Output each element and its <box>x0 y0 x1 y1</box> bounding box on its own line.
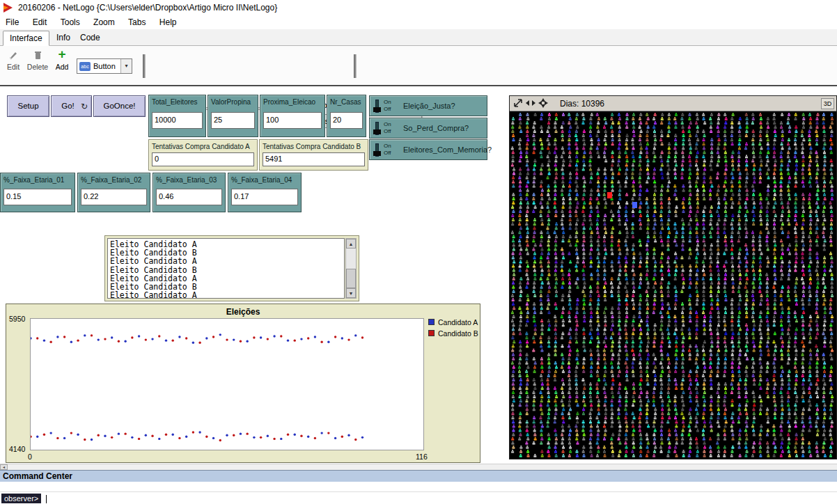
switch-handle[interactable] <box>373 151 381 156</box>
world-view: Dias: 10396 3D <box>509 95 837 459</box>
monitor-value: 5491 <box>263 152 365 166</box>
monitor-total-eleitores: Total_Eleitores 10000 <box>148 95 206 137</box>
widget-type-chooser[interactable]: abc Button ▾ <box>77 58 132 74</box>
world-resize-icon[interactable] <box>513 98 523 109</box>
menu-bar: File Edit Tools Zoom Tabs Help <box>0 15 837 29</box>
menu-edit[interactable]: Edit <box>27 15 53 29</box>
x-axis-min-label: 0 <box>28 452 32 461</box>
monitor-value: 0 <box>152 152 254 166</box>
x-axis-max-label: 116 <box>416 452 428 461</box>
interface-toolbar: Edit Delete + Add abc Button ▾ faster ✓ … <box>0 46 837 85</box>
go-once-button[interactable]: GoOnce! <box>93 95 146 117</box>
monitor-faixa-etaria-02: %_Faixa_Etaria_02 0.22 <box>77 173 150 212</box>
netlogo-window: 20160206 - NetLogo {C:\Users\elder\Dropb… <box>0 0 837 504</box>
plot-title: Eleições <box>6 307 480 317</box>
monitor-value: 100 <box>263 112 322 129</box>
menu-tools[interactable]: Tools <box>55 15 86 29</box>
view-3d-button[interactable]: 3D <box>821 98 834 109</box>
monitor-value: 25 <box>211 112 255 129</box>
monitor-label: Tentativas Compra Candidato B <box>260 140 368 150</box>
switch-label: Eleição_Justa? <box>403 102 455 110</box>
scroll-left-icon[interactable]: ◂ <box>0 464 8 470</box>
add-widget-button[interactable]: + Add <box>53 47 71 71</box>
go-button[interactable]: Go! ↻ <box>51 95 92 117</box>
eleicoes-plot: Eleições 5950 4140 0 116 Candidato A Can… <box>6 304 480 463</box>
monitor-label: Tentativas Compra Candidato A <box>149 140 257 150</box>
delete-widget-button[interactable]: Delete <box>25 50 50 71</box>
scatter-points <box>31 319 423 450</box>
forever-icon: ↻ <box>81 102 88 111</box>
legend-label-candidato-b: Candidato B <box>438 329 478 338</box>
trash-icon <box>25 50 50 63</box>
output-widget: Eleito Candidato A Eleito Candidato B El… <box>104 235 359 301</box>
horizontal-scrollbar[interactable]: ◂ <box>0 464 837 470</box>
edit-widget-button[interactable]: Edit <box>3 50 24 71</box>
scrollbar-thumb[interactable] <box>346 269 356 288</box>
menu-zoom[interactable]: Zoom <box>88 15 120 29</box>
switch-on-off-labels: On Off <box>384 99 391 113</box>
monitor-faixa-etaria-01: %_Faixa_Etaria_01 0.15 <box>0 173 75 212</box>
command-center-output <box>0 482 837 491</box>
netlogo-logo-icon <box>3 2 14 13</box>
monitor-value: 20 <box>330 112 363 129</box>
monitor-faixa-etaria-04: %_Faixa_Etaria_04 0.17 <box>228 173 302 212</box>
monitor-label: %_Faixa_Etaria_01 <box>1 173 75 184</box>
monitor-label: Nr_Casas <box>327 95 366 106</box>
world-horizontal-arrows-icon[interactable] <box>525 98 535 109</box>
switch-handle[interactable] <box>373 107 381 112</box>
menu-help[interactable]: Help <box>154 15 182 29</box>
plus-icon: + <box>53 47 71 63</box>
world-agents-canvas <box>510 111 836 459</box>
title-bar: 20160206 - NetLogo {C:\Users\elder\Dropb… <box>0 0 837 15</box>
command-center-header: Command Center <box>0 470 837 482</box>
output-scrollbar[interactable]: ▲ ▼ <box>345 238 357 299</box>
monitor-label: Total_Eleitores <box>149 95 205 106</box>
monitor-proxima-eleicao: Proxima_Eleicao 100 <box>260 95 325 137</box>
output-line: Eleito Candidato A <box>110 257 342 265</box>
y-axis-max-label: 5950 <box>9 315 25 323</box>
legend-label-candidato-a: Candidato A <box>438 318 478 326</box>
plot-area <box>30 318 424 450</box>
tab-code[interactable]: Code <box>74 31 107 46</box>
monitor-nr-casas: Nr_Casas 20 <box>327 95 366 137</box>
chevron-down-icon: ▾ <box>120 59 132 73</box>
output-line: Eleito Candidato B <box>110 266 342 274</box>
abc-widget-icon: abc <box>79 62 91 71</box>
text-cursor <box>46 495 47 503</box>
setup-button[interactable]: Setup <box>7 95 49 117</box>
tab-interface[interactable]: Interface <box>3 31 49 46</box>
scroll-down-icon[interactable]: ▼ <box>346 288 356 298</box>
output-line: Eleito Candidato A <box>110 291 342 299</box>
toolbar-separator <box>354 54 357 78</box>
monitor-label: %_Faixa_Etaria_04 <box>228 173 301 184</box>
widget-type-value: Button <box>93 62 116 70</box>
monitor-value: 0.15 <box>3 189 72 205</box>
legend-swatch-candidato-a <box>428 319 435 325</box>
switch-eleicao-justa[interactable]: On Off Eleição_Justa? <box>369 95 487 116</box>
toolbar-separator <box>143 54 146 78</box>
switch-eleitores-com-memoria[interactable]: On Off Eleitores_Com_Memoria? <box>369 139 487 160</box>
monitor-label: ValorPropina <box>208 95 258 106</box>
monitor-tentativas-compra-a: Tentativas Compra Candidato A 0 <box>148 139 258 171</box>
monitor-valor-propina: ValorPropina 25 <box>208 95 258 137</box>
output-text: Eleito Candidato A Eleito Candidato B El… <box>107 238 345 299</box>
menu-file[interactable]: File <box>0 15 24 29</box>
monitor-faixa-etaria-03: %_Faixa_Etaria_03 0.46 <box>152 173 226 212</box>
command-input[interactable]: observer> <box>0 491 837 504</box>
world-view-header: Dias: 10396 3D <box>510 96 836 111</box>
world-four-way-arrows-icon[interactable] <box>538 98 548 109</box>
switch-so-perd-compra[interactable]: On Off So_Perd_Compra? <box>369 118 487 139</box>
tab-bar: Interface Info Code <box>0 29 837 46</box>
legend-swatch-candidato-b <box>428 330 435 336</box>
tab-info[interactable]: Info <box>50 31 77 46</box>
menu-tabs[interactable]: Tabs <box>123 15 151 29</box>
switch-handle[interactable] <box>373 129 381 134</box>
scroll-up-icon[interactable]: ▲ <box>346 239 356 249</box>
window-title: 20160206 - NetLogo {C:\Users\elder\Dropb… <box>18 3 277 13</box>
monitor-value: 10000 <box>152 112 203 129</box>
toolbar-divider <box>0 85 837 86</box>
monitor-value: 0.22 <box>81 189 147 205</box>
observer-prompt: observer> <box>1 494 41 503</box>
switch-on-off-labels: On Off <box>384 121 391 135</box>
monitor-label: Proxima_Eleicao <box>260 95 324 106</box>
